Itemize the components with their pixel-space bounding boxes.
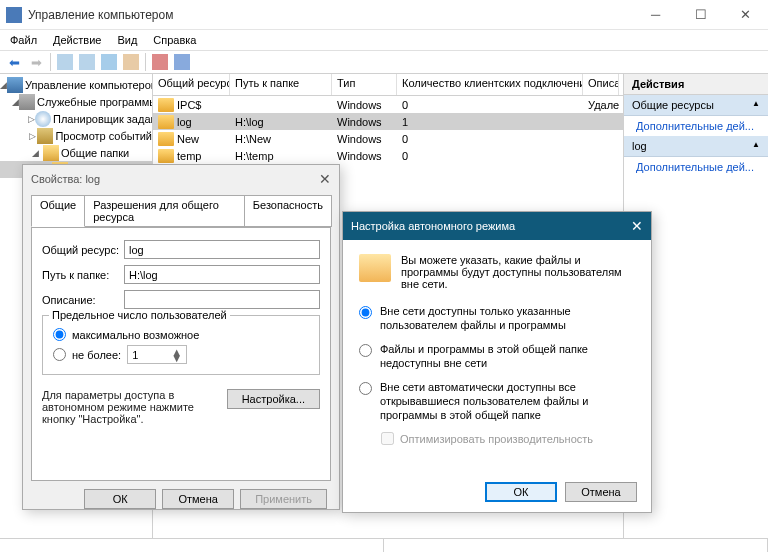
offline-title: Настройка автономного режима ✕ xyxy=(343,212,651,240)
path-input[interactable] xyxy=(124,265,320,284)
table-row[interactable]: logH:\logWindows1 xyxy=(153,113,623,130)
offline-hint: Для параметры доступа в автономном режим… xyxy=(42,389,227,425)
actions-more-1[interactable]: Дополнительные дей... xyxy=(624,116,768,136)
offline-info: Вы можете указать, какие файлы и програм… xyxy=(401,254,635,290)
radio-nomore[interactable] xyxy=(53,348,66,361)
close-button[interactable]: ✕ xyxy=(723,0,768,30)
actions-group-shares[interactable]: Общие ресурсы▲ xyxy=(624,95,768,116)
actions-group-log[interactable]: log▲ xyxy=(624,136,768,157)
user-limit-spinner[interactable]: 1▲▼ xyxy=(127,345,187,364)
share-icon xyxy=(158,149,174,163)
radio-opt1[interactable] xyxy=(359,306,372,319)
tree-shared[interactable]: ◢Общие папки xyxy=(0,144,152,161)
tree-utils[interactable]: ◢Служебные программы xyxy=(0,93,152,110)
tree-root[interactable]: ◢Управление компьютером (л xyxy=(0,76,152,93)
tab-general[interactable]: Общие xyxy=(31,195,85,227)
ok-button[interactable]: ОК xyxy=(485,482,557,502)
share-icon xyxy=(158,132,174,146)
collapse-icon: ▲ xyxy=(752,140,760,152)
minimize-button[interactable]: ─ xyxy=(633,0,678,30)
maximize-button[interactable]: ☐ xyxy=(678,0,723,30)
share-icon xyxy=(158,98,174,112)
label-path: Путь к папке: xyxy=(42,269,124,281)
user-limit-group: Предельное число пользователей максималь… xyxy=(42,315,320,375)
tabs: Общие Разрешения для общего ресурса Безо… xyxy=(31,195,331,227)
toolbar-btn-2[interactable] xyxy=(77,52,97,72)
close-icon[interactable]: ✕ xyxy=(319,171,331,187)
share-icon xyxy=(158,115,174,129)
toolbar-btn-3[interactable] xyxy=(99,52,119,72)
col-share[interactable]: Общий ресурс xyxy=(153,74,230,95)
menubar: Файл Действие Вид Справка xyxy=(0,30,768,50)
folder-icon xyxy=(359,254,391,282)
collapse-icon: ▲ xyxy=(752,99,760,111)
window-title: Управление компьютером xyxy=(28,8,633,22)
col-desc[interactable]: Описа xyxy=(583,74,619,95)
share-name-input[interactable] xyxy=(124,240,320,259)
cancel-button[interactable]: Отмена xyxy=(162,489,234,509)
list-header: Общий ресурс Путь к папке Тип Количество… xyxy=(153,74,623,96)
menu-view[interactable]: Вид xyxy=(109,32,145,48)
statusbar xyxy=(0,538,768,552)
forward-button: ➡ xyxy=(26,52,46,72)
titlebar: Управление компьютером ─ ☐ ✕ xyxy=(0,0,768,30)
toolbar-btn-4[interactable] xyxy=(121,52,141,72)
actions-header: Действия xyxy=(624,74,768,95)
radio-opt3[interactable] xyxy=(359,382,372,395)
configure-button[interactable]: Настройка... xyxy=(227,389,320,409)
back-button[interactable]: ⬅ xyxy=(4,52,24,72)
properties-title: Свойства: log ✕ xyxy=(23,165,339,193)
toolbar-btn-1[interactable] xyxy=(55,52,75,72)
app-icon xyxy=(6,7,22,23)
properties-dialog: Свойства: log ✕ Общие Разрешения для общ… xyxy=(22,164,340,510)
label-share: Общий ресурс: xyxy=(42,244,124,256)
toolbar-btn-6[interactable] xyxy=(172,52,192,72)
menu-file[interactable]: Файл xyxy=(2,32,45,48)
label-desc: Описание: xyxy=(42,294,124,306)
table-row[interactable]: NewH:\NewWindows0 xyxy=(153,130,623,147)
ok-button[interactable]: ОК xyxy=(84,489,156,509)
apply-button: Применить xyxy=(240,489,327,509)
col-path[interactable]: Путь к папке xyxy=(230,74,332,95)
description-input[interactable] xyxy=(124,290,320,309)
offline-dialog: Настройка автономного режима ✕ Вы можете… xyxy=(342,211,652,513)
menu-action[interactable]: Действие xyxy=(45,32,109,48)
table-row[interactable]: tempH:\tempWindows0 xyxy=(153,147,623,164)
menu-help[interactable]: Справка xyxy=(145,32,204,48)
tree-events[interactable]: ▷Просмотр событий xyxy=(0,127,152,144)
tab-security[interactable]: Безопасность xyxy=(244,195,332,227)
col-clients[interactable]: Количество клиентских подключений xyxy=(397,74,583,95)
actions-more-2[interactable]: Дополнительные дей... xyxy=(624,157,768,177)
close-icon[interactable]: ✕ xyxy=(631,218,643,234)
cancel-button[interactable]: Отмена xyxy=(565,482,637,502)
col-type[interactable]: Тип xyxy=(332,74,397,95)
toolbar-btn-5[interactable] xyxy=(150,52,170,72)
optimize-checkbox xyxy=(381,432,394,445)
radio-opt2[interactable] xyxy=(359,344,372,357)
tab-permissions[interactable]: Разрешения для общего ресурса xyxy=(84,195,245,227)
radio-max[interactable] xyxy=(53,328,66,341)
table-row[interactable]: IPC$Windows0Удале xyxy=(153,96,623,113)
toolbar: ⬅ ➡ xyxy=(0,50,768,74)
tree-scheduler[interactable]: ▷Планировщик заданий xyxy=(0,110,152,127)
